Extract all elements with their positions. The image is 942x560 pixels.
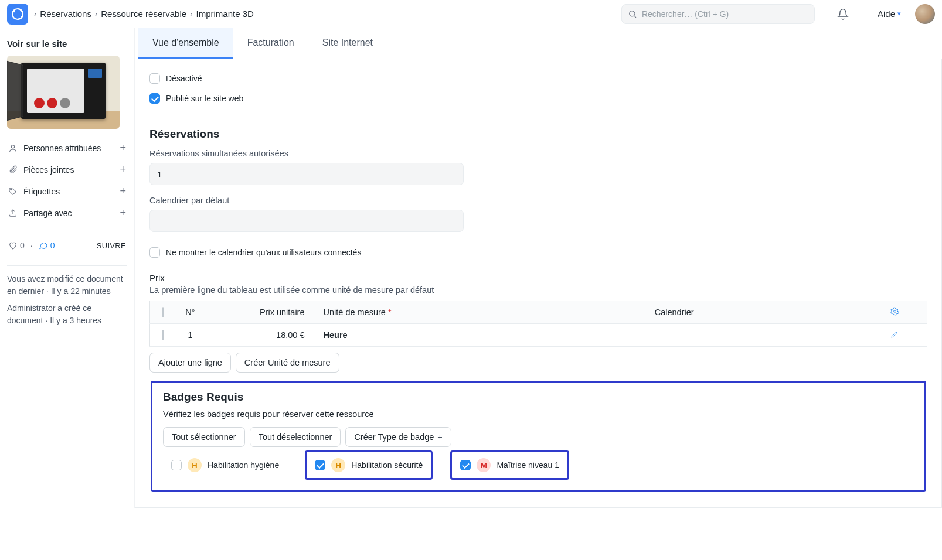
badge-item[interactable]: MMaîtrise niveau 1 xyxy=(450,450,569,480)
chevron-right-icon: › xyxy=(190,9,192,18)
badge-letter-icon: M xyxy=(477,458,491,472)
follow-button[interactable]: SUIVRE xyxy=(97,241,126,250)
tabs: Vue d'ensemble Facturation Site Internet xyxy=(135,28,942,59)
search-input[interactable] xyxy=(642,9,808,19)
separator xyxy=(863,8,863,21)
col-uom: Unité de mesure * xyxy=(317,301,648,324)
sidebar-stats: 0 · 0 SUIVRE xyxy=(7,238,127,258)
app-logo[interactable] xyxy=(7,4,28,25)
section-reservations: Réservations Réservations simultanées au… xyxy=(135,118,941,507)
published-checkbox[interactable] xyxy=(149,93,160,104)
badge-checkbox[interactable] xyxy=(315,460,325,470)
table-row[interactable]: 1 18,00 € Heure xyxy=(150,324,927,347)
prix-heading: Prix xyxy=(149,273,927,283)
add-line-button[interactable]: Ajouter une ligne xyxy=(149,353,231,373)
comments-count[interactable]: 0 xyxy=(39,241,55,250)
badge-letter-icon: H xyxy=(331,458,345,472)
share-icon xyxy=(8,209,18,218)
price-table: N° Prix unitaire Unité de mesure * Calen… xyxy=(149,301,927,347)
search-box[interactable] xyxy=(621,4,815,24)
tab-website[interactable]: Site Internet xyxy=(308,28,387,59)
hide-calendar-label: Ne montrer le calendrier qu'aux utilisat… xyxy=(166,248,361,257)
sidebar-item-tags[interactable]: Étiquettes + xyxy=(7,180,127,202)
svg-point-2 xyxy=(630,11,635,16)
sidebar-item-assigned[interactable]: Personnes attribuées + xyxy=(7,137,127,159)
simul-input[interactable] xyxy=(149,163,464,185)
breadcrumb: › Réservations › Ressource réservable › … xyxy=(34,9,254,19)
chevron-down-icon: ▾ xyxy=(897,10,901,18)
calendar-input[interactable] xyxy=(149,210,464,232)
disabled-label: Désactivé xyxy=(166,74,202,83)
sidebar-item-attachments[interactable]: Pièces jointes + xyxy=(7,159,127,180)
breadcrumb-item[interactable]: Ressource réservable xyxy=(101,9,186,19)
add-icon[interactable]: + xyxy=(120,185,126,197)
paperclip-icon xyxy=(8,165,18,175)
help-label: Aide xyxy=(878,9,895,19)
reservations-heading: Réservations xyxy=(149,128,927,141)
plus-icon: + xyxy=(437,432,442,442)
calendar-label: Calendrier par défaut xyxy=(149,196,927,205)
gear-icon[interactable] xyxy=(890,307,899,316)
col-num: N° xyxy=(176,301,205,324)
badge-checkbox[interactable] xyxy=(460,460,471,470)
badge-label: Maîtrise niveau 1 xyxy=(496,460,559,470)
svg-line-3 xyxy=(634,16,636,18)
notifications-icon[interactable] xyxy=(837,8,849,20)
badge-item[interactable]: HHabilitation sécurité xyxy=(305,450,433,480)
sidebar-title[interactable]: Voir sur le site xyxy=(7,39,127,49)
edit-icon[interactable] xyxy=(890,330,899,339)
doc-modified-meta: Vous avez modifié ce document en dernier… xyxy=(7,273,127,298)
breadcrumb-item-current[interactable]: Imprimante 3D xyxy=(196,9,253,19)
heart-icon xyxy=(8,241,18,250)
disabled-checkbox[interactable] xyxy=(149,73,160,84)
row-checkbox[interactable] xyxy=(162,330,164,340)
chevron-right-icon: › xyxy=(34,9,36,18)
col-unit-price: Prix unitaire xyxy=(205,301,317,324)
badge-label: Habilitation hygiène xyxy=(208,460,279,470)
badge-checkbox[interactable] xyxy=(171,460,182,470)
doc-created-meta: Administrator a créé ce document · Il y … xyxy=(7,302,127,327)
col-calendar: Calendrier xyxy=(648,301,863,324)
tab-overview[interactable]: Vue d'ensemble xyxy=(138,28,233,59)
comment-icon xyxy=(39,241,48,250)
section-status: Désactivé Publié sur le site web xyxy=(135,59,941,118)
badge-item[interactable]: HHabilitation hygiène xyxy=(163,450,287,480)
user-avatar[interactable] xyxy=(915,4,935,24)
help-menu[interactable]: Aide ▾ xyxy=(878,9,901,19)
create-badge-type-button[interactable]: Créer Type de badge + xyxy=(345,427,451,447)
deselect-all-button[interactable]: Tout déselectionner xyxy=(250,427,341,447)
badge-letter-icon: H xyxy=(188,458,202,472)
svg-point-5 xyxy=(11,189,12,190)
search-icon xyxy=(628,9,637,19)
badges-heading: Badges Requis xyxy=(163,391,914,404)
add-icon[interactable]: + xyxy=(120,142,126,154)
simul-label: Réservations simultanées autorisées xyxy=(149,149,927,158)
add-icon[interactable]: + xyxy=(120,207,126,219)
create-uom-button[interactable]: Créer Unité de mesure xyxy=(236,353,339,373)
add-icon[interactable]: + xyxy=(120,163,126,176)
users-icon xyxy=(8,144,18,153)
resource-image[interactable] xyxy=(7,56,120,129)
main: Vue d'ensemble Facturation Site Internet… xyxy=(135,28,942,508)
svg-point-1 xyxy=(13,11,15,12)
select-all-button[interactable]: Tout sélectionner xyxy=(163,427,245,447)
breadcrumb-item[interactable]: Réservations xyxy=(40,9,91,19)
topbar: › Réservations › Ressource réservable › … xyxy=(0,0,942,28)
prix-sub: La première ligne du tableau est utilisé… xyxy=(149,285,927,295)
select-all-rows-checkbox[interactable] xyxy=(162,307,164,317)
chevron-right-icon: › xyxy=(95,9,97,18)
svg-point-4 xyxy=(11,145,14,148)
required-badges-section: Badges Requis Vérifiez les badges requis… xyxy=(151,381,926,492)
sidebar: Voir sur le site Personnes attribuées + … xyxy=(0,28,135,508)
badges-sub: Vérifiez les badges requis pour réserver… xyxy=(163,409,914,419)
likes-count[interactable]: 0 xyxy=(8,241,25,250)
sidebar-item-shared[interactable]: Partagé avec + xyxy=(7,202,127,224)
svg-point-6 xyxy=(893,310,896,313)
tag-icon xyxy=(8,187,18,196)
tab-billing[interactable]: Facturation xyxy=(233,28,308,59)
published-label: Publié sur le site web xyxy=(166,94,243,103)
badge-label: Habilitation sécurité xyxy=(351,460,423,470)
hide-calendar-checkbox[interactable] xyxy=(149,247,160,258)
